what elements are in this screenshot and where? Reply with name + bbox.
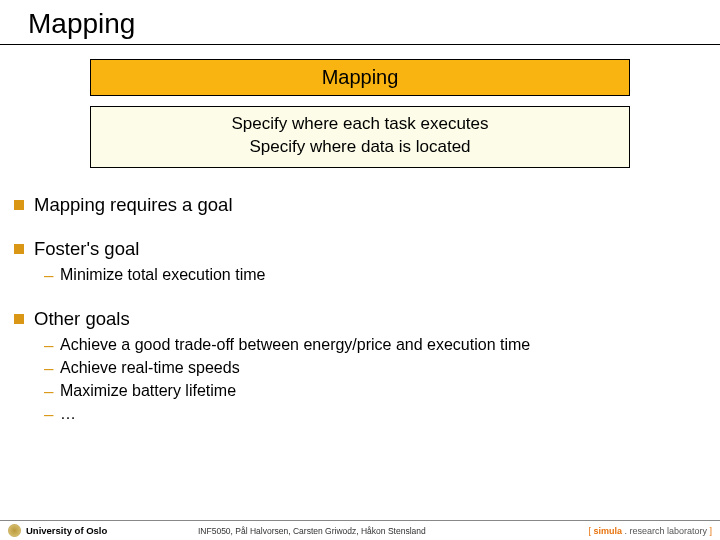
sub-text: Achieve real-time speeds (60, 359, 240, 377)
spec-line-1: Specify where each task executes (91, 113, 629, 136)
bullet-square-icon (14, 244, 24, 254)
sub-item: – Achieve real-time speeds (44, 359, 706, 379)
bullet-square-icon (14, 314, 24, 324)
footer: University of Oslo INF5050, Pål Halvorse… (0, 520, 720, 540)
mapping-banner-label: Mapping (91, 66, 629, 89)
dash-icon: – (44, 382, 60, 402)
mapping-banner: Mapping (90, 59, 630, 96)
sub-item: – … (44, 405, 706, 425)
uio-label: University of Oslo (26, 525, 107, 536)
bullet-text-3: Other goals (34, 308, 130, 330)
sub-text: Maximize battery lifetime (60, 382, 236, 400)
dash-icon: – (44, 405, 60, 425)
sub-item: – Minimize total execution time (44, 266, 706, 286)
bullet-item-3: Other goals (14, 308, 706, 330)
uio-seal-icon (8, 524, 21, 537)
dash-icon: – (44, 336, 60, 356)
spec-box: Specify where each task executes Specify… (90, 106, 630, 168)
dash-icon: – (44, 359, 60, 379)
footer-left: University of Oslo (8, 524, 198, 537)
title-divider (0, 44, 720, 45)
bullet-item-2: Foster's goal (14, 238, 706, 260)
page-title: Mapping (28, 8, 720, 40)
sub-item: – Achieve a good trade-off between energ… (44, 336, 706, 356)
sub-item: – Maximize battery lifetime (44, 382, 706, 402)
bullet-text-1: Mapping requires a goal (34, 194, 233, 216)
spec-line-2: Specify where data is located (91, 136, 629, 159)
bullet-square-icon (14, 200, 24, 210)
bullet-item-1: Mapping requires a goal (14, 194, 706, 216)
bracket-close: ] (707, 526, 712, 536)
content-area: Mapping requires a goal Foster's goal – … (0, 168, 720, 425)
sub-text: Achieve a good trade-off between energy/… (60, 336, 530, 354)
footer-center: INF5050, Pål Halvorsen, Carsten Griwodz,… (198, 526, 552, 536)
sub-list-2: – Minimize total execution time (44, 266, 706, 286)
slide: Mapping Mapping Specify where each task … (0, 0, 720, 540)
footer-right: [ simula . research laboratory ] (552, 526, 712, 536)
title-area: Mapping (0, 0, 720, 42)
bullet-text-2: Foster's goal (34, 238, 139, 260)
simula-label: simula (593, 526, 622, 536)
research-lab-label: . research laboratory (622, 526, 707, 536)
sub-text: … (60, 405, 76, 423)
dash-icon: – (44, 266, 60, 286)
sub-list-3: – Achieve a good trade-off between energ… (44, 336, 706, 425)
sub-text: Minimize total execution time (60, 266, 265, 284)
